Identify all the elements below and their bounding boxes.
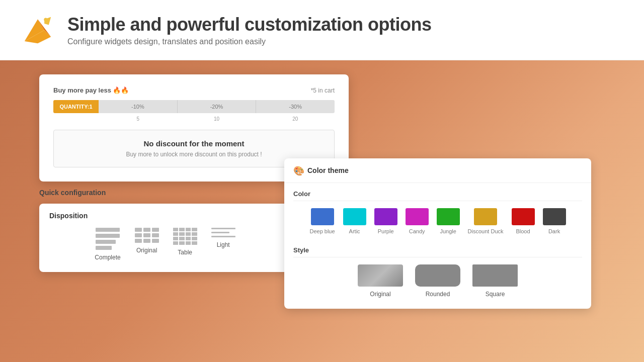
style-item-rounded[interactable]: Rounded	[415, 264, 460, 298]
disposition-light[interactable]: Light	[211, 228, 235, 261]
segment-30: -30%	[256, 100, 335, 113]
color-name-3: Candy	[409, 228, 425, 234]
color-item-3[interactable]: Candy	[406, 208, 429, 234]
color-item-4[interactable]: Jungle	[437, 208, 460, 234]
original-icon	[135, 228, 159, 243]
color-name-2: Purple	[378, 228, 394, 234]
disposition-options: Complete Original Table	[49, 228, 281, 261]
complete-icon	[96, 228, 120, 250]
page-title: Simple and powerful customization option…	[67, 14, 432, 35]
color-name-0: Deep blue	[309, 228, 335, 234]
page-subtitle: Configure widgets design, translates and…	[67, 37, 432, 46]
color-item-1[interactable]: Artic	[343, 208, 366, 234]
tick-10: 10	[177, 116, 256, 122]
quantity-label: QUANTITY:1	[53, 100, 99, 113]
color-swatch-2	[374, 208, 397, 225]
color-item-7[interactable]: Dark	[543, 208, 566, 234]
duck-logo-icon	[20, 13, 55, 48]
quick-config-label: Quick configuration	[39, 189, 106, 197]
style-name-rounded: Rounded	[426, 291, 450, 298]
color-grid: Deep blueArticPurpleCandyJungleDiscount …	[293, 208, 582, 234]
no-discount-sub: Buy more to unlock more discount on this…	[64, 151, 324, 158]
color-swatch-3	[406, 208, 429, 225]
table-label: Table	[178, 249, 192, 256]
complete-label: Complete	[95, 254, 120, 261]
light-icon	[211, 228, 235, 237]
progress-track: -10% -20% -30%	[99, 100, 335, 113]
segment-20: -20%	[178, 100, 257, 113]
style-section-label: Style	[293, 246, 582, 257]
color-swatch-5	[474, 208, 497, 225]
color-theme-title: Color theme	[307, 166, 349, 174]
color-name-6: Blood	[516, 228, 530, 234]
color-name-7: Dark	[548, 228, 560, 234]
style-preview-square	[472, 264, 518, 287]
disposition-table[interactable]: Table	[173, 228, 197, 261]
color-swatch-1	[343, 208, 366, 225]
color-item-6[interactable]: Blood	[512, 208, 535, 234]
main-area: Buy more pay less 🔥🔥 *5 in cart QUANTITY…	[0, 60, 644, 362]
progress-bar: QUANTITY:1 -10% -20% -30%	[53, 100, 335, 113]
palette-icon: 🎨	[293, 165, 303, 175]
color-swatch-7	[543, 208, 566, 225]
color-item-0[interactable]: Deep blue	[309, 208, 335, 234]
color-swatch-0	[311, 208, 334, 225]
buy-more-title: Buy more pay less 🔥🔥	[53, 86, 129, 94]
style-name-square: Square	[486, 291, 505, 298]
tick-5: 5	[99, 116, 177, 122]
svg-point-4	[44, 18, 47, 21]
disposition-original[interactable]: Original	[135, 228, 159, 261]
table-icon	[173, 228, 197, 245]
color-swatch-4	[437, 208, 460, 225]
style-grid: OriginalRoundedSquare	[293, 264, 582, 298]
color-theme-card: 🎨 Color theme Color Deep blueArticPurple…	[284, 158, 591, 309]
color-theme-header: 🎨 Color theme	[284, 158, 591, 183]
color-section-label: Color	[293, 190, 582, 201]
disposition-complete[interactable]: Complete	[95, 228, 120, 261]
header-text: Simple and powerful customization option…	[67, 14, 432, 46]
color-item-5[interactable]: Discount Duck	[468, 208, 504, 234]
color-name-4: Jungle	[440, 228, 456, 234]
disposition-card: Disposition Complete Original	[39, 204, 291, 272]
original-label: Original	[136, 247, 157, 254]
cart-count: *5 in cart	[311, 87, 335, 94]
light-label: Light	[217, 241, 230, 248]
color-swatch-6	[512, 208, 535, 225]
header: Simple and powerful customization option…	[0, 0, 644, 60]
progress-labels: 5 10 20	[99, 115, 335, 122]
style-item-square[interactable]: Square	[472, 264, 518, 298]
color-name-5: Discount Duck	[468, 228, 504, 234]
no-discount-title: No discount for the moment	[64, 139, 324, 148]
style-item-original[interactable]: Original	[358, 264, 403, 298]
style-preview-rounded	[415, 264, 460, 287]
color-item-2[interactable]: Purple	[374, 208, 397, 234]
color-name-1: Artic	[349, 228, 360, 234]
disposition-title: Disposition	[49, 212, 281, 220]
buy-more-header: Buy more pay less 🔥🔥 *5 in cart	[53, 86, 335, 94]
segment-10: -10%	[99, 100, 178, 113]
style-name-original: Original	[370, 291, 390, 298]
tick-20: 20	[256, 116, 335, 122]
style-preview-original	[358, 264, 403, 287]
color-theme-body: Color Deep blueArticPurpleCandyJungleDis…	[284, 183, 591, 309]
